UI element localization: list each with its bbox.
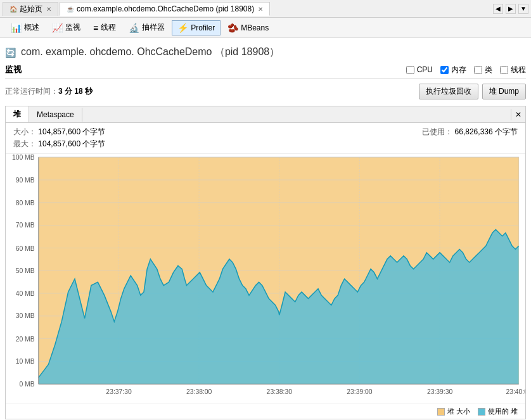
size-label: 大小： <box>13 127 36 136</box>
app-tab-icon: ☕ <box>67 6 74 13</box>
tab-app[interactable]: ☕ com.example.ohcdemo.OhcCacheDemo (pid … <box>60 2 270 16</box>
toolbar-profiler-label: Profiler <box>191 23 215 32</box>
svg-text:20 MB: 20 MB <box>16 336 35 343</box>
chart-wrapper: 100 MB 90 MB 80 MB 70 MB 60 MB 50 MB 40 … <box>6 154 525 404</box>
app-title-text: com. example. ohcdemo. OhcCacheDemo （pid… <box>21 46 279 59</box>
memory-chart: 100 MB 90 MB 80 MB 70 MB 60 MB 50 MB 40 … <box>6 154 525 404</box>
cpu-label: CPU <box>417 65 433 74</box>
memory-checkbox[interactable] <box>440 66 449 74</box>
cpu-checkbox[interactable] <box>406 66 414 74</box>
memory-label: 内存 <box>451 65 466 75</box>
tab-menu-arrow[interactable]: ▼ <box>518 4 528 14</box>
tab-forward-arrow[interactable]: ▶ <box>506 4 516 14</box>
tab-start[interactable]: 🏠 起始页 ✕ <box>3 2 58 16</box>
toolbar-mbeans-label: MBeans <box>241 23 269 32</box>
toolbar-profiler-btn[interactable]: ⚡ Profiler <box>172 20 221 35</box>
checkbox-class[interactable]: 类 <box>474 65 492 75</box>
toolbar-mbeans-btn[interactable]: 🫘 MBeans <box>222 20 274 35</box>
threads-checkbox[interactable] <box>500 66 508 74</box>
max-label: 最大： <box>13 139 36 148</box>
svg-text:0 MB: 0 MB <box>19 381 34 388</box>
overview-icon: 📊 <box>11 23 22 33</box>
svg-text:90 MB: 90 MB <box>16 177 35 184</box>
used-label: 已使用： <box>422 127 452 136</box>
legend-heap-used: 使用的 堆 <box>478 407 518 416</box>
checkbox-threads[interactable]: 线程 <box>500 65 526 75</box>
threads-icon: ≡ <box>93 23 98 33</box>
chart-tab-heap-label: 堆 <box>13 110 21 118</box>
svg-text:80 MB: 80 MB <box>16 200 35 207</box>
main-content: 🔄 com. example. ohcdemo. OhcCacheDemo （p… <box>0 38 531 420</box>
svg-text:10 MB: 10 MB <box>16 358 35 365</box>
uptime-label: 正常运行时间： <box>5 87 58 96</box>
toolbar-overview-label: 概述 <box>24 22 39 33</box>
svg-text:100 MB: 100 MB <box>12 154 35 161</box>
chart-close-btn[interactable]: ✕ <box>511 109 525 120</box>
class-label: 类 <box>485 65 492 75</box>
sampler-icon: 🔬 <box>129 23 139 33</box>
app-title-row: 🔄 com. example. ohcdemo. OhcCacheDemo （p… <box>5 42 526 61</box>
checkbox-cpu[interactable]: CPU <box>406 65 433 74</box>
chart-container: 堆 Metaspace ✕ 大小： 104,857,600 个字节 最大： 10… <box>5 106 526 419</box>
svg-text:23:40:00: 23:40:00 <box>506 388 525 395</box>
checkbox-memory[interactable]: 内存 <box>440 65 466 75</box>
svg-text:23:38:00: 23:38:00 <box>186 388 212 395</box>
chart-used-item: 已使用： 66,826,336 个字节 <box>422 127 518 137</box>
toolbar-monitor-label: 监视 <box>65 22 80 33</box>
chart-size-group: 大小： 104,857,600 个字节 最大： 104,857,600 个字节 <box>13 127 105 150</box>
toolbar-overview-btn[interactable]: 📊 概述 <box>5 20 45 35</box>
monitor-title: 监视 <box>5 64 22 75</box>
svg-text:23:38:30: 23:38:30 <box>267 388 293 395</box>
svg-text:30 MB: 30 MB <box>16 312 35 319</box>
legend-heap-size-label: 堆 大小 <box>447 407 470 416</box>
toolbar-sampler-label: 抽样器 <box>142 22 165 33</box>
legend-heap-used-color <box>478 408 485 416</box>
chart-tab-metaspace[interactable]: Metaspace <box>29 108 82 122</box>
tab-app-label: com.example.ohcdemo.OhcCacheDemo (pid 18… <box>77 4 254 13</box>
used-value: 66,826,336 个字节 <box>455 127 518 136</box>
tab-app-close[interactable]: ✕ <box>258 6 263 13</box>
svg-text:23:39:00: 23:39:00 <box>347 388 373 395</box>
uptime-text: 正常运行时间：3 分 18 秒 <box>5 86 93 97</box>
chart-info: 大小： 104,857,600 个字节 最大： 104,857,600 个字节 … <box>6 123 525 154</box>
chart-tab-metaspace-label: Metaspace <box>37 110 74 119</box>
uptime-row: 正常运行时间：3 分 18 秒 执行垃圾回收 堆 Dump <box>5 81 526 103</box>
chart-used-group: 已使用： 66,826,336 个字节 <box>422 127 518 137</box>
svg-text:50 MB: 50 MB <box>16 267 35 274</box>
tab-back-arrow[interactable]: ◀ <box>493 4 503 14</box>
toolbar-threads-btn[interactable]: ≡ 线程 <box>87 20 122 35</box>
uptime-value: 3 分 18 秒 <box>58 87 93 96</box>
toolbar-threads-label: 线程 <box>101 22 116 33</box>
toolbar-monitor-btn[interactable]: 📈 监视 <box>46 20 86 35</box>
chart-legend: 堆 大小 使用的 堆 <box>6 404 525 419</box>
svg-text:70 MB: 70 MB <box>16 222 35 229</box>
toolbar: 📊 概述 📈 监视 ≡ 线程 🔬 抽样器 ⚡ Profiler 🫘 MBeans <box>0 18 531 38</box>
profiler-icon: ⚡ <box>177 23 188 33</box>
toolbar-sampler-btn[interactable]: 🔬 抽样器 <box>123 20 170 35</box>
max-value: 104,857,600 个字节 <box>38 139 105 148</box>
threads-label: 线程 <box>511 65 526 75</box>
svg-text:40 MB: 40 MB <box>16 290 35 297</box>
legend-heap-size: 堆 大小 <box>437 407 470 416</box>
chart-max-item: 最大： 104,857,600 个字节 <box>13 139 105 150</box>
start-tab-icon: 🏠 <box>10 6 17 13</box>
refresh-icon[interactable]: 🔄 <box>5 48 16 58</box>
chart-tab-heap[interactable]: 堆 <box>6 106 29 122</box>
tab-nav-arrows: ◀ ▶ ▼ <box>493 4 528 14</box>
monitor-header: 监视 CPU 内存 类 线程 <box>5 61 526 79</box>
svg-text:60 MB: 60 MB <box>16 245 35 252</box>
monitor-icon: 📈 <box>52 23 63 33</box>
size-value: 104,857,600 个字节 <box>38 127 105 136</box>
svg-text:23:39:30: 23:39:30 <box>427 388 453 395</box>
class-checkbox[interactable] <box>474 66 482 74</box>
legend-heap-size-color <box>437 408 445 416</box>
heap-dump-button[interactable]: 堆 Dump <box>482 84 526 99</box>
monitor-checkboxes: CPU 内存 类 线程 <box>406 65 526 75</box>
tab-bar: 🏠 起始页 ✕ ☕ com.example.ohcdemo.OhcCacheDe… <box>0 0 531 18</box>
gc-button[interactable]: 执行垃圾回收 <box>419 84 478 99</box>
tab-start-close[interactable]: ✕ <box>46 6 51 13</box>
chart-size-item: 大小： 104,857,600 个字节 <box>13 127 105 137</box>
svg-text:23:37:30: 23:37:30 <box>106 388 132 395</box>
tab-start-label: 起始页 <box>20 4 42 15</box>
chart-tab-bar: 堆 Metaspace ✕ <box>6 106 525 123</box>
